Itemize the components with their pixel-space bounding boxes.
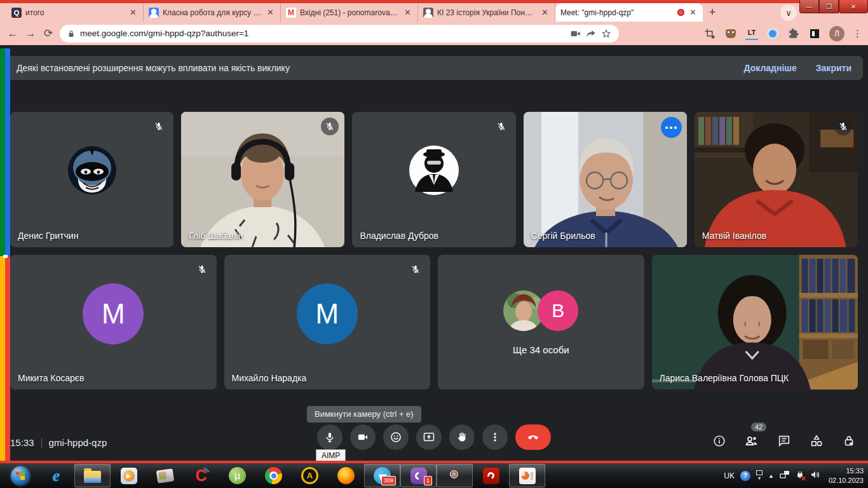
- banner-details-button[interactable]: Докладніше: [744, 63, 797, 73]
- tab-title: Класна робота для курсу "КН: [163, 8, 262, 17]
- extensions-puzzle-icon[interactable]: [787, 27, 800, 40]
- folder-icon: [84, 471, 101, 483]
- minimize-button[interactable]: —: [799, 0, 819, 13]
- participants-button[interactable]: 42: [744, 433, 759, 449]
- participant-tile-mykhailo[interactable]: М Михайло Нарадка: [224, 255, 431, 390]
- taskbar-utorrent[interactable]: µ: [219, 464, 255, 487]
- reactions-button[interactable]: [383, 424, 409, 450]
- taskbar-internet-explorer[interactable]: e: [38, 464, 74, 487]
- avatar: М: [83, 283, 144, 344]
- network-icon[interactable]: [780, 470, 790, 482]
- initial-avatar: В: [538, 290, 578, 331]
- new-tab-button[interactable]: +: [703, 3, 722, 22]
- meeting-details-button[interactable]: [712, 433, 727, 449]
- initial-avatar: М: [83, 283, 144, 344]
- tab-close-icon[interactable]: ✕: [540, 8, 550, 17]
- present-screen-button[interactable]: [416, 424, 442, 450]
- chat-button[interactable]: [776, 433, 792, 449]
- url-text[interactable]: meet.google.com/gmi-hppd-qzp?authuser=1: [80, 29, 566, 38]
- tab-search-chevron-icon[interactable]: ∨: [780, 4, 797, 21]
- share-icon[interactable]: [586, 29, 596, 38]
- taskbar-chrome[interactable]: [255, 464, 292, 487]
- bookmark-star-icon[interactable]: [601, 29, 611, 39]
- owl-extension-icon[interactable]: [724, 27, 737, 40]
- camera-button[interactable]: [350, 424, 376, 450]
- clock-date: 02.10.2023: [829, 477, 864, 484]
- browser-menu-icon[interactable]: ⋮: [853, 28, 859, 39]
- taskbar-acrobat[interactable]: [473, 464, 509, 487]
- blue-dot-extension-icon[interactable]: [766, 27, 779, 40]
- tab-camera-indicator-icon[interactable]: [571, 30, 581, 37]
- tab-close-icon[interactable]: ✕: [266, 8, 275, 17]
- call-controls: [317, 424, 551, 450]
- tab-classroom-work[interactable]: Класна робота для курсу "КН ✕: [144, 3, 281, 22]
- close-button[interactable]: ✕: [839, 0, 868, 13]
- language-indicator[interactable]: UK: [724, 471, 735, 480]
- more-people-tile[interactable]: В Ще 34 особи: [438, 255, 644, 390]
- participant-name: Сергій Брильов: [531, 231, 595, 241]
- video-grid-row-1: Денис Гритчин: [10, 112, 858, 247]
- tab-close-icon[interactable]: ✕: [128, 8, 138, 17]
- taskbar-chrome-profile[interactable]: Л: [437, 464, 473, 487]
- address-bar[interactable]: meet.google.com/gmi-hppd-qzp?authuser=1: [60, 25, 619, 43]
- taskbar-viber[interactable]: 1: [400, 464, 437, 487]
- classroom-icon: [149, 8, 159, 18]
- taskbar-media-player[interactable]: ▶: [111, 464, 147, 487]
- tab-history-course[interactable]: КІ 23 історія України Понома ✕: [418, 3, 555, 22]
- desktop-preview-icon[interactable]: ▾: [756, 470, 763, 481]
- volume-icon[interactable]: [810, 470, 820, 482]
- avatar: М: [297, 283, 358, 344]
- host-controls-button[interactable]: [841, 433, 857, 449]
- maximize-button[interactable]: ❐: [819, 0, 839, 13]
- chrome-profile-badge: Л: [450, 470, 458, 478]
- taskbar-firefox[interactable]: [328, 464, 364, 487]
- profile-avatar[interactable]: Л: [829, 26, 844, 41]
- activities-button[interactable]: [809, 433, 824, 449]
- taskbar-aimp[interactable]: A: [292, 464, 328, 487]
- tile-more-options-icon[interactable]: [661, 117, 682, 138]
- taskbar-powerpoint[interactable]: [509, 464, 545, 487]
- taskbar-file-explorer[interactable]: [74, 464, 111, 487]
- lock-icon[interactable]: [67, 29, 75, 38]
- initial-avatar: М: [297, 283, 358, 344]
- participant-tile-matvii[interactable]: Матвій Іванілов: [695, 112, 858, 247]
- forward-icon[interactable]: →: [22, 27, 39, 40]
- taskbar-telegram[interactable]: 309: [364, 464, 400, 487]
- avatar: [67, 145, 118, 198]
- windows-start-icon: [11, 466, 30, 485]
- taskbar-ccleaner[interactable]: C: [183, 464, 219, 487]
- tab-close-icon[interactable]: ✕: [403, 8, 412, 17]
- back-icon[interactable]: ←: [4, 27, 22, 40]
- telegram-unread-badge: 309: [381, 476, 396, 485]
- participant-tile-hlib[interactable]: Гліб Шабалін: [181, 112, 344, 247]
- more-options-button[interactable]: [482, 424, 508, 450]
- tab-itogo[interactable]: Q итого ✕: [6, 3, 144, 22]
- taskbar-clock[interactable]: 15:33 02.10.2023: [829, 466, 864, 485]
- q-app-icon: Q: [11, 8, 22, 18]
- participant-tile-larysa[interactable]: Лариса Валеріївна Голова ПЦК: [652, 255, 858, 390]
- window-theme-stripe: [0, 0, 868, 3]
- tab-close-icon[interactable]: ✕: [688, 8, 698, 17]
- raise-hand-button[interactable]: [449, 424, 475, 450]
- banner-close-button[interactable]: Закрити: [816, 63, 851, 73]
- participant-tile-denys[interactable]: Денис Гритчин: [10, 112, 173, 247]
- leave-call-button[interactable]: [515, 424, 551, 450]
- reload-icon[interactable]: ⟳: [39, 27, 57, 40]
- taskbar-photo-scanner[interactable]: [147, 464, 183, 487]
- dark-reader-extension-icon[interactable]: [808, 27, 821, 40]
- mic-muted-icon: [492, 118, 510, 135]
- tab-meet-active[interactable]: Meet: "gmi-hppd-qzp" ✕: [555, 3, 703, 22]
- participant-tile-vladyslav[interactable]: Владислав Дубров: [352, 112, 515, 247]
- start-button[interactable]: [2, 464, 38, 487]
- power-plug-icon[interactable]: ✕: [796, 470, 804, 482]
- participant-tile-mykyta[interactable]: М Микита Косарєв: [10, 255, 217, 390]
- language-help-icon[interactable]: ?: [740, 471, 750, 481]
- clock-time: 15:33: [10, 437, 34, 448]
- screenshot-extension-icon[interactable]: [703, 27, 716, 40]
- participant-name: Денис Гритчин: [18, 231, 78, 241]
- tab-gmail-inbox[interactable]: M Вхідні (251) - ponomarova.pst ✕: [281, 3, 418, 22]
- participant-tile-serhii-speaking[interactable]: Сергій Брильов: [524, 112, 687, 247]
- mic-button[interactable]: [317, 424, 342, 450]
- show-hidden-icons[interactable]: ▲: [768, 473, 774, 479]
- languagetool-extension-icon[interactable]: LT: [745, 27, 758, 40]
